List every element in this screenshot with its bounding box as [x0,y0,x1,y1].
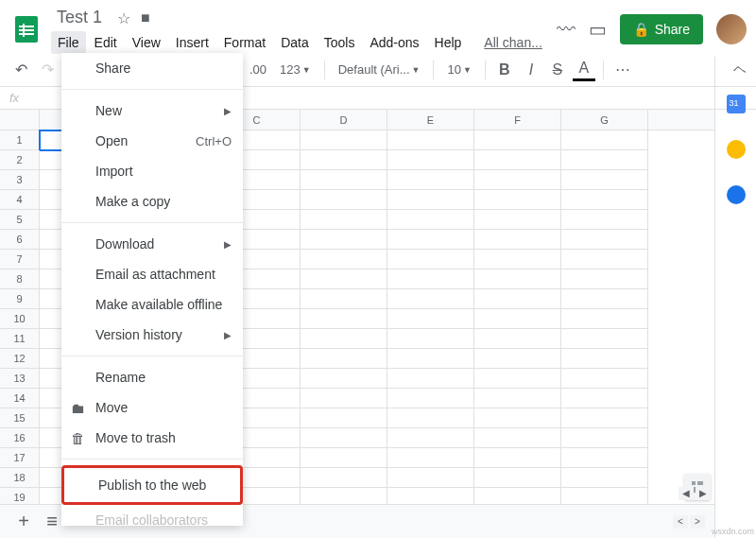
cell[interactable] [474,190,561,210]
menu-item-make-copy[interactable]: Make a copy [61,186,243,217]
cell[interactable] [474,309,561,329]
more-icon[interactable]: ⋯ [611,59,634,81]
menu-help[interactable]: Help [428,31,469,54]
cell[interactable] [387,349,474,369]
cell[interactable] [387,250,474,269]
cell[interactable] [561,309,648,329]
cell[interactable] [387,488,474,504]
cell[interactable] [387,190,474,210]
cell[interactable] [561,369,648,389]
cell[interactable] [301,170,387,190]
cell[interactable] [561,190,648,210]
cell[interactable] [474,329,561,349]
text-color-icon[interactable]: A [573,59,595,81]
cell[interactable] [474,230,561,250]
menu-item-rename[interactable]: Rename [61,362,243,392]
cell[interactable] [301,210,387,230]
row-header[interactable]: 13 [0,369,40,389]
cell[interactable] [301,230,387,250]
row-header[interactable]: 3 [0,170,40,190]
menu-item-new[interactable]: New▶ [61,95,243,126]
cell[interactable] [301,289,387,309]
col-header[interactable]: E [387,110,474,130]
cell[interactable] [474,389,561,408]
cell[interactable] [387,408,474,428]
menu-item-download[interactable]: Download▶ [61,229,243,259]
cell[interactable] [561,408,648,428]
user-avatar[interactable] [716,14,747,44]
row-header[interactable]: 18 [0,468,40,488]
cell[interactable] [474,488,561,504]
cell[interactable] [301,389,387,408]
row-header[interactable]: 11 [0,329,40,349]
cell[interactable] [387,150,474,170]
menu-item-version-history[interactable]: Version history▶ [61,320,243,350]
cell[interactable] [474,170,561,190]
italic-icon[interactable]: I [520,59,542,81]
cell[interactable] [561,250,648,269]
cell[interactable] [561,349,648,369]
cell[interactable] [561,289,648,309]
cell[interactable] [387,369,474,389]
cell[interactable] [387,389,474,408]
cell[interactable] [474,150,561,170]
cell[interactable] [474,250,561,269]
menu-item-trash[interactable]: 🗑Move to trash [61,423,243,453]
menu-data[interactable]: Data [274,31,316,54]
row-header[interactable]: 9 [0,289,40,309]
cell[interactable] [561,269,648,289]
cell[interactable] [387,309,474,329]
menu-tools[interactable]: Tools [318,31,362,54]
cell[interactable] [561,170,648,190]
menu-file[interactable]: File [51,31,86,54]
menu-addons[interactable]: Add-ons [363,31,425,54]
star-icon[interactable]: ☆ [117,9,130,27]
row-header[interactable]: 12 [0,349,40,369]
cell[interactable] [474,408,561,428]
cell[interactable] [387,269,474,289]
share-button[interactable]: 🔒 Share [620,14,703,44]
menu-item-move[interactable]: 🖿Move [61,392,243,423]
cell[interactable] [561,468,648,488]
menu-view[interactable]: View [126,31,167,54]
cell[interactable] [561,230,648,250]
font-family[interactable]: Default (Ari...▼ [333,62,426,77]
cell[interactable] [561,130,648,150]
cell[interactable] [561,210,648,230]
cell[interactable] [301,408,387,428]
cell[interactable] [474,369,561,389]
row-header[interactable]: 2 [0,150,40,170]
menu-item-open[interactable]: OpenCtrl+O [61,126,243,156]
cell[interactable] [301,150,387,170]
keep-icon[interactable] [727,140,746,159]
cell[interactable] [301,309,387,329]
cell[interactable] [474,289,561,309]
menu-item-publish[interactable]: Publish to the web [64,470,240,500]
tasks-icon[interactable] [727,185,746,204]
cell[interactable] [474,428,561,448]
menu-item-import[interactable]: Import [61,156,243,186]
decimal-decrease[interactable]: .00 [246,62,270,77]
menu-item-share[interactable]: Share [61,53,243,83]
row-header[interactable]: 4 [0,190,40,210]
cell[interactable] [561,488,648,504]
cell[interactable] [301,250,387,269]
select-all-corner[interactable] [0,110,40,130]
cell[interactable] [301,369,387,389]
cell[interactable] [387,468,474,488]
row-header[interactable]: 8 [0,269,40,289]
cell[interactable] [387,170,474,190]
cell[interactable] [561,448,648,468]
document-title[interactable]: Test 1 [51,6,108,29]
tab-scroll-right-icon[interactable]: > [690,515,705,529]
cell[interactable] [561,329,648,349]
row-header[interactable]: 10 [0,309,40,329]
undo-icon[interactable]: ↶ [9,59,32,81]
cell[interactable] [301,428,387,448]
row-header[interactable]: 14 [0,389,40,408]
row-header[interactable]: 19 [0,488,40,504]
calendar-icon[interactable] [727,95,746,113]
cell[interactable] [387,428,474,448]
move-folder-icon[interactable]: ■ [141,9,150,26]
row-header[interactable]: 16 [0,428,40,448]
